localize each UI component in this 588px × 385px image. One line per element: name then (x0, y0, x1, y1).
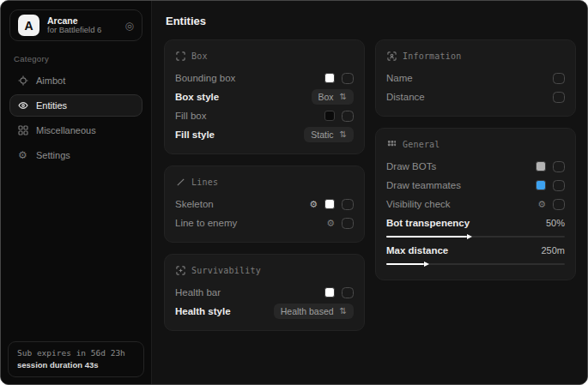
box-card-header: Box (176, 51, 354, 61)
setting-row-name: Name (386, 69, 565, 87)
slider-fill (386, 236, 467, 238)
crosshair-icon (17, 75, 28, 86)
brand-meta: Arcane for Battlefield 6 (47, 15, 118, 35)
diagonal-line-icon (176, 177, 185, 187)
bot-transparency-slider[interactable] (386, 236, 565, 238)
name-checkbox[interactable] (553, 73, 565, 84)
distance-checkbox[interactable] (553, 92, 565, 103)
setting-label: Fill style (175, 129, 215, 140)
setting-label: Box style (175, 92, 219, 102)
setting-row-line-to-enemy: Line to enemy ⚙ (175, 214, 354, 232)
general-card-header: General (387, 140, 565, 149)
survivability-card: Survivability Health bar Health style He… (164, 254, 365, 331)
fill-style-dropdown[interactable]: Static ⇅ (304, 127, 354, 142)
color-swatch[interactable] (324, 111, 335, 121)
fill-box-checkbox[interactable] (342, 111, 354, 122)
arcane-window: A Arcane for Battlefield 6 ◎ Category Ai… (0, 0, 588, 385)
right-column: Information Name Distance (375, 39, 576, 280)
sidebar-item-miscellaneous[interactable]: Miscellaneous (9, 119, 142, 141)
lines-card-title: Lines (191, 177, 218, 187)
dropdown-value: Health based (281, 306, 334, 316)
setting-row-health-style: Health style Health based ⇅ (175, 302, 354, 321)
grid-icon (17, 125, 28, 135)
max-distance-slider[interactable] (386, 263, 565, 265)
main-content: Entities Box Bounding box (152, 1, 587, 384)
color-swatch[interactable] (536, 161, 546, 171)
arcane-logo: A (18, 15, 39, 36)
color-swatch[interactable] (324, 199, 335, 209)
health-bar-checkbox[interactable] (342, 287, 354, 298)
page-title: Entities (166, 15, 576, 27)
sidebar-item-aimbot[interactable]: Aimbot (9, 69, 142, 92)
draw-bots-checkbox[interactable] (553, 161, 565, 172)
setting-row-draw-bots: Draw BOTs (386, 157, 565, 176)
survivability-card-title: Survivability (191, 266, 261, 275)
slider-fill (386, 263, 424, 265)
skeleton-checkbox[interactable] (342, 199, 354, 210)
setting-row-draw-teammates: Draw teammates (386, 176, 565, 195)
setting-label: Visibility check (386, 199, 451, 209)
health-style-dropdown[interactable]: Health based ⇅ (274, 304, 354, 319)
line-to-enemy-settings-gear-icon[interactable]: ⚙ (326, 219, 335, 228)
sidebar-item-label: Entities (36, 100, 67, 111)
box-style-dropdown[interactable]: Box ⇅ (312, 89, 354, 105)
setting-label: Name (386, 73, 413, 83)
setting-label: Max distance (386, 245, 448, 256)
color-swatch[interactable] (324, 73, 335, 83)
information-card-header: Information (387, 51, 565, 61)
setting-row-distance: Distance (386, 87, 565, 106)
setting-label: Draw BOTs (386, 161, 436, 171)
max-distance-slider-block: Max distance 250m (386, 243, 565, 265)
chevron-updown-icon: ⇅ (340, 93, 347, 101)
subscription-footer: Sub expires in 56d 23h session duration … (8, 341, 144, 377)
setting-label: Line to enemy (175, 218, 237, 228)
bot-transparency-slider-block: Bot transpenency 50% (386, 215, 565, 238)
person-scan-icon (387, 51, 397, 61)
setting-row-fill-style: Fill style Static ⇅ (175, 125, 354, 144)
dropdown-value: Static (311, 129, 333, 140)
setting-label: Health style (175, 306, 231, 316)
setting-row-fill-box: Fill box (175, 106, 354, 125)
sub-expiry-text: Sub expires in 56d 23h (17, 348, 135, 358)
setting-row-box-style: Box style Box ⇅ (175, 87, 354, 106)
information-card: Information Name Distance (375, 39, 576, 117)
sidebar-item-entities[interactable]: Entities (9, 94, 142, 117)
chevron-updown-icon: ⇅ (340, 130, 347, 139)
setting-label: Bot transpenency (386, 218, 470, 228)
visibility-check-checkbox[interactable] (553, 199, 565, 210)
box-card: Box Bounding box Box style Box ⇅ (164, 39, 365, 154)
slider-value: 250m (541, 245, 565, 256)
slider-value: 50% (546, 218, 565, 228)
setting-label: Skeleton (175, 199, 214, 209)
sidebar-item-label: Aimbot (36, 75, 65, 86)
sidebar-item-settings[interactable]: ⚙ Settings (9, 144, 142, 166)
color-swatch[interactable] (536, 180, 546, 190)
session-duration-text: session duration 43s (17, 360, 135, 370)
eye-scan-icon (17, 100, 28, 111)
draw-teammates-checkbox[interactable] (553, 180, 565, 191)
health-brackets-icon (176, 266, 185, 275)
line-to-enemy-checkbox[interactable] (342, 218, 354, 229)
brand-card: A Arcane for Battlefield 6 ◎ (9, 9, 142, 41)
sidebar: A Arcane for Battlefield 6 ◎ Category Ai… (1, 1, 152, 384)
gear-icon: ⚙ (17, 150, 28, 160)
category-label: Category (14, 54, 142, 63)
information-card-title: Information (403, 51, 461, 61)
visibility-check-settings-gear-icon[interactable]: ⚙ (537, 200, 546, 209)
dropdown-value: Box (318, 92, 334, 102)
setting-label: Distance (386, 92, 425, 102)
sidebar-item-label: Settings (36, 150, 70, 160)
setting-row-visibility-check: Visibility check ⚙ (386, 195, 565, 214)
brand-action-icon[interactable]: ◎ (125, 21, 134, 31)
grid-dots-icon (387, 140, 397, 149)
lines-card-header: Lines (176, 177, 354, 187)
skeleton-settings-gear-icon[interactable]: ⚙ (309, 200, 318, 209)
lines-card: Lines Skeleton ⚙ Line to enemy ⚙ (164, 165, 365, 243)
bounding-box-checkbox[interactable] (342, 73, 354, 84)
sidebar-item-label: Miscellaneous (36, 125, 96, 135)
setting-row-health-bar: Health bar (175, 283, 354, 302)
setting-row-bounding-box: Bounding box (175, 69, 354, 87)
color-swatch[interactable] (324, 287, 335, 298)
chevron-updown-icon: ⇅ (340, 307, 347, 316)
setting-label: Fill box (175, 111, 206, 121)
